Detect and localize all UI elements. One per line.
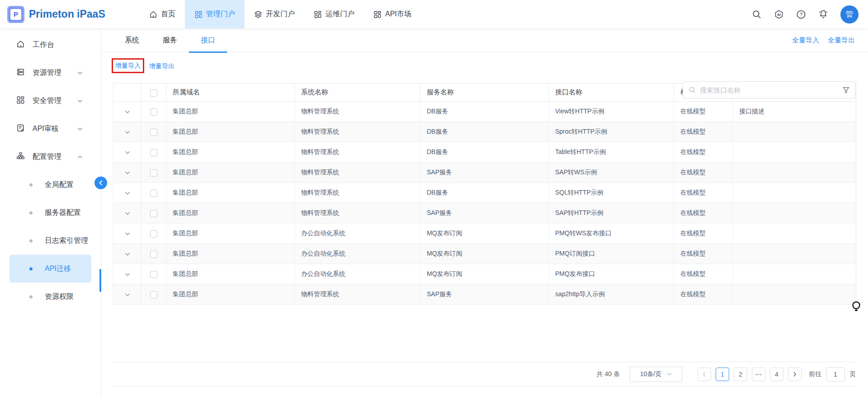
- row-checkbox[interactable]: [150, 190, 157, 197]
- table-cell: SAP服务: [420, 163, 549, 183]
- sidebar-subitem-server-config[interactable]: 服务器配置: [9, 199, 91, 227]
- nav-item-home[interactable]: 首页: [140, 0, 185, 28]
- expand-row-icon[interactable]: [125, 273, 130, 276]
- incremental-export-link[interactable]: 增量导出: [149, 62, 175, 70]
- incremental-import-link[interactable]: 增量导入: [115, 62, 141, 69]
- sidebar-item-api-review[interactable]: API审核: [0, 115, 101, 143]
- table-cell: 办公自动化系统: [295, 264, 420, 284]
- expand-row-icon[interactable]: [125, 212, 130, 215]
- sidebar-subitem-label: 服务器配置: [45, 208, 81, 218]
- table-cell: 物料管理系统: [295, 183, 420, 203]
- goto-suffix-label: 页: [849, 370, 856, 378]
- expand-cell: [113, 244, 142, 264]
- table-cell: View转HTTP示例: [549, 102, 674, 122]
- table-cell: SQL转HTTP示例: [549, 183, 674, 203]
- table-cell: 集团总部: [166, 183, 295, 203]
- table-row: 集团总部办公自动化系统MQ发布订阅PMQ发布接口在线模型: [113, 264, 856, 284]
- table-cell: sap2http导入示例: [549, 284, 674, 305]
- sidebar-item-label: 安全管理: [33, 96, 61, 106]
- goto-label: 前往: [809, 370, 821, 378]
- filter-icon[interactable]: [842, 86, 850, 94]
- table-cell: MQ发布订阅: [420, 224, 549, 244]
- search-icon[interactable]: [752, 9, 762, 19]
- row-checkbox[interactable]: [150, 271, 157, 278]
- brand-name: Primeton iPaaS: [29, 8, 105, 20]
- expand-row-icon[interactable]: [125, 130, 130, 134]
- expand-row-icon[interactable]: [125, 110, 130, 114]
- sidebar-collapse-button[interactable]: [94, 177, 107, 189]
- help-icon[interactable]: ?: [796, 9, 806, 19]
- sidebar-item-security-mgmt[interactable]: 安全管理: [0, 87, 101, 115]
- bullet-icon: [29, 267, 33, 270]
- expand-row-icon[interactable]: [125, 171, 130, 175]
- tab-system[interactable]: 系统: [113, 28, 151, 52]
- table-cell: [733, 244, 856, 264]
- page-button-2[interactable]: 2: [734, 368, 747, 381]
- table-cell: Sproc转HTTP示例: [549, 122, 674, 142]
- svg-text:AI: AI: [777, 13, 781, 17]
- table-row: 集团总部物料管理系统DB服务SQL转HTTP示例在线模型: [113, 183, 856, 203]
- nav-item-ops-portal[interactable]: 运维门户: [304, 0, 364, 28]
- sidebar-subitem-global-config[interactable]: 全局配置: [9, 171, 91, 199]
- expand-cell: [113, 102, 142, 122]
- row-checkbox[interactable]: [150, 210, 157, 217]
- full-import-link[interactable]: 全量导入: [792, 36, 819, 45]
- sidebar-item-config-mgmt[interactable]: 配置管理: [0, 143, 101, 171]
- tab-interface[interactable]: 接口: [189, 28, 227, 52]
- select-all-checkbox[interactable]: [150, 89, 157, 97]
- page-size-value: 10条/页: [640, 370, 661, 378]
- table-row: 集团总部办公自动化系统MQ发布订阅PMQ订阅接口在线模型: [113, 244, 856, 264]
- lightbulb-icon[interactable]: [851, 300, 862, 316]
- row-checkbox[interactable]: [150, 291, 157, 298]
- expand-cell: [113, 264, 142, 284]
- sidebar-subitem-log-index-mgmt[interactable]: 日志索引管理: [9, 227, 91, 255]
- row-checkbox[interactable]: [150, 251, 157, 258]
- row-checkbox[interactable]: [150, 108, 157, 116]
- tab-service[interactable]: 服务: [151, 28, 189, 52]
- row-checkbox[interactable]: [150, 230, 157, 238]
- expand-row-icon[interactable]: [125, 252, 130, 256]
- table-cell: SAP服务: [420, 284, 549, 305]
- more-pages-button[interactable]: •••: [752, 368, 765, 381]
- expand-row-icon[interactable]: [125, 232, 130, 236]
- user-avatar[interactable]: 管: [840, 5, 859, 23]
- apps-icon: [16, 96, 25, 106]
- row-checkbox[interactable]: [150, 149, 157, 156]
- svg-text:?: ?: [800, 12, 802, 17]
- table-cell: [733, 264, 856, 284]
- brand-logo-letter: P: [10, 9, 21, 20]
- chevron-down-icon: [667, 373, 672, 376]
- table-cell: 在线模型: [674, 122, 733, 142]
- ai-assistant-icon[interactable]: AI: [774, 9, 784, 19]
- next-page-button[interactable]: [788, 368, 802, 381]
- expand-row-icon[interactable]: [125, 293, 130, 297]
- chevron-down-icon: [77, 125, 83, 133]
- nav-item-api-market[interactable]: API市场: [364, 0, 421, 28]
- goto-page-input[interactable]: [826, 367, 845, 382]
- page-size-select[interactable]: 10条/页: [630, 367, 682, 382]
- search-input[interactable]: [700, 86, 838, 94]
- full-export-link[interactable]: 全量导出: [828, 36, 855, 45]
- sidebar-subitem-resource-permission[interactable]: 资源权限: [9, 283, 91, 311]
- total-count-label: 共 40 条: [597, 370, 620, 378]
- expand-row-icon[interactable]: [125, 191, 130, 195]
- brand-logo-icon: P: [7, 6, 24, 23]
- page-button-4[interactable]: 4: [770, 368, 783, 381]
- notification-icon[interactable]: [818, 9, 828, 19]
- nav-item-admin-portal[interactable]: 管理门户: [185, 0, 245, 28]
- table-cell: 在线模型: [674, 183, 733, 203]
- database-icon: [16, 68, 25, 78]
- page-button-1[interactable]: 1: [716, 368, 729, 381]
- prev-page-button[interactable]: [698, 368, 711, 381]
- corner-links: 全量导入 全量导出: [792, 36, 868, 45]
- sidebar-item-workbench[interactable]: 工作台: [0, 31, 101, 59]
- sidebar-subitem-api-migration[interactable]: API迁移: [9, 255, 91, 283]
- row-checkbox[interactable]: [150, 129, 157, 136]
- nav-item-dev-portal[interactable]: 开发门户: [245, 0, 304, 28]
- expand-row-icon[interactable]: [125, 151, 130, 154]
- table-cell: SAP转WS示例: [549, 163, 674, 183]
- column-header-domain: 所属域名: [166, 84, 295, 102]
- sidebar-item-resource-mgmt[interactable]: 资源管理: [0, 59, 101, 87]
- row-checkbox[interactable]: [150, 169, 157, 177]
- select-all-header: [142, 84, 166, 102]
